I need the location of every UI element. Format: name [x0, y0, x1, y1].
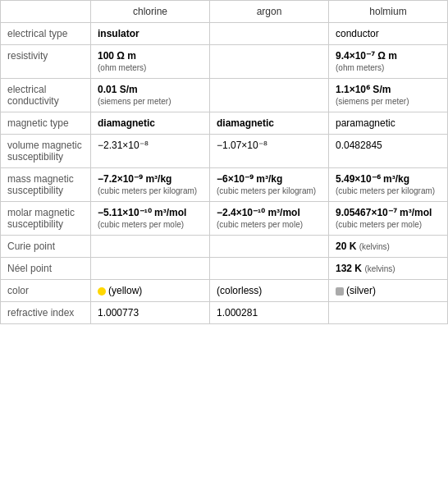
cell-c1: (yellow) [91, 280, 210, 302]
cell-c2: −1.07×10⁻⁸ [210, 135, 329, 168]
cell-c1: −2.31×10⁻⁸ [91, 135, 210, 168]
table-row: color (yellow) (colorless) (silver) [1, 280, 448, 302]
table-row: electrical conductivity 0.01 S/m(siemens… [1, 79, 448, 112]
cell-c2: diamagnetic [210, 112, 329, 135]
cell-c1: 100 Ω m(ohm meters) [91, 45, 210, 79]
cell-c2 [210, 23, 329, 45]
table-row: resistivity 100 Ω m(ohm meters) 9.4×10⁻⁷… [1, 45, 448, 79]
cell-c3: (silver) [329, 280, 448, 302]
cell-c3: 9.05467×10⁻⁷ m³/mol(cubic meters per mol… [329, 202, 448, 236]
row-label: molar magnetic susceptibility [1, 202, 91, 236]
cell-c1: 1.000773 [91, 302, 210, 324]
cell-c3: paramagnetic [329, 112, 448, 135]
cell-c2 [210, 236, 329, 258]
cell-c1: insulator [91, 23, 210, 45]
table-row: volume magnetic susceptibility −2.31×10⁻… [1, 135, 448, 168]
cell-c1 [91, 236, 210, 258]
row-label: electrical type [1, 23, 91, 45]
table-row: molar magnetic susceptibility −5.11×10⁻¹… [1, 202, 448, 236]
row-label: electrical conductivity [1, 79, 91, 112]
header-chlorine: chlorine [91, 1, 210, 23]
row-label: resistivity [1, 45, 91, 79]
header-holmium: holmium [329, 1, 448, 23]
cell-c2 [210, 45, 329, 79]
cell-c1 [91, 258, 210, 280]
cell-c3: conductor [329, 23, 448, 45]
cell-c2: 1.000281 [210, 302, 329, 324]
table-row: magnetic type diamagnetic diamagnetic pa… [1, 112, 448, 135]
table-row: Curie point 20 K (kelvins) [1, 236, 448, 258]
cell-c2 [210, 79, 329, 112]
cell-c1: 0.01 S/m(siemens per meter) [91, 79, 210, 112]
row-label: mass magnetic susceptibility [1, 168, 91, 202]
cell-c1: −5.11×10⁻¹⁰ m³/mol(cubic meters per mole… [91, 202, 210, 236]
cell-c3: 132 K (kelvins) [329, 258, 448, 280]
cell-c3: 9.4×10⁻⁷ Ω m(ohm meters) [329, 45, 448, 79]
cell-c1: −7.2×10⁻⁹ m³/kg(cubic meters per kilogra… [91, 168, 210, 202]
row-label: volume magnetic susceptibility [1, 135, 91, 168]
table-row: Néel point 132 K (kelvins) [1, 258, 448, 280]
row-label: refractive index [1, 302, 91, 324]
cell-c3: 0.0482845 [329, 135, 448, 168]
silver-dot-icon [336, 287, 344, 296]
row-label: Néel point [1, 258, 91, 280]
cell-c3 [329, 302, 448, 324]
cell-c3: 20 K (kelvins) [329, 236, 448, 258]
cell-c2: −6×10⁻⁹ m³/kg(cubic meters per kilogram) [210, 168, 329, 202]
row-label: magnetic type [1, 112, 91, 135]
cell-c2 [210, 258, 329, 280]
table-row: electrical type insulator conductor [1, 23, 448, 45]
cell-c2: (colorless) [210, 280, 329, 302]
cell-c3: 1.1×10⁶ S/m(siemens per meter) [329, 79, 448, 112]
row-label: Curie point [1, 236, 91, 258]
header-argon: argon [210, 1, 329, 23]
cell-c2: −2.4×10⁻¹⁰ m³/mol(cubic meters per mole) [210, 202, 329, 236]
table-row: refractive index 1.000773 1.000281 [1, 302, 448, 324]
row-label: color [1, 280, 91, 302]
table-row: mass magnetic susceptibility −7.2×10⁻⁹ m… [1, 168, 448, 202]
header-empty [1, 1, 91, 23]
cell-c1: diamagnetic [91, 112, 210, 135]
cell-c3: 5.49×10⁻⁶ m³/kg(cubic meters per kilogra… [329, 168, 448, 202]
yellow-dot-icon [98, 287, 106, 296]
